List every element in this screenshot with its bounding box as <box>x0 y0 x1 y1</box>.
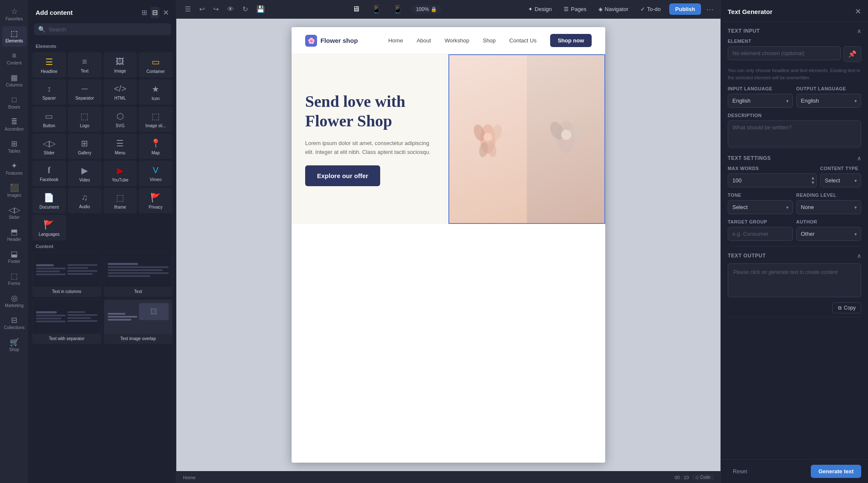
sidebar-item-slider[interactable]: ◁▷ Slider <box>2 203 27 223</box>
nav-home[interactable]: Home <box>388 37 403 44</box>
canvas-scroll[interactable]: 🌸 Flower shop Home About Workshop Shop C… <box>176 19 721 471</box>
content-card-text-separator[interactable]: Text with separator <box>32 299 101 344</box>
nav-about[interactable]: About <box>417 37 431 44</box>
element-headline[interactable]: ☰ Headline <box>32 52 66 78</box>
navigator-btn[interactable]: ◈ Navigator <box>595 4 632 14</box>
content-type-select[interactable]: Select Blog Post Product Description Lan… <box>820 173 861 187</box>
tone-select[interactable]: Select Formal Informal Friendly Professi… <box>728 200 793 214</box>
content-card-text-columns[interactable]: Text in columns <box>32 252 101 297</box>
sidebar-item-accordion[interactable]: ≣ Accordion <box>2 114 27 135</box>
sidebar-item-favorites[interactable]: ☆ Favorites <box>2 4 27 25</box>
card-preview <box>33 300 101 334</box>
element-label: Video <box>79 178 90 182</box>
element-image-slider[interactable]: ⬚ Image sli... <box>139 106 172 132</box>
grid-view-small-btn[interactable]: ⊞ <box>140 7 149 18</box>
author-select[interactable]: Other Expert Beginner Journalist <box>796 227 862 241</box>
element-privacy[interactable]: 🚩 Privacy <box>139 188 172 213</box>
max-words-input[interactable] <box>728 173 817 187</box>
element-menu[interactable]: ☰ Menu <box>103 134 137 159</box>
reset-btn[interactable]: Reset <box>728 466 752 477</box>
element-document[interactable]: 📄 Document <box>32 188 66 213</box>
element-image[interactable]: 🖼 Image <box>103 52 137 78</box>
element-slider[interactable]: ◁▷ Slider <box>32 134 66 159</box>
shop-icon: 🛒 <box>10 338 19 346</box>
output-language-select[interactable]: English German French Spanish <box>796 94 862 108</box>
element-text[interactable]: ≡ Text <box>68 52 102 78</box>
sidebar-item-shop[interactable]: 🛒 Shop <box>2 335 27 355</box>
element-vimeo[interactable]: V Vimeo <box>139 161 172 186</box>
sidebar-item-tables[interactable]: ⊞ Tables <box>2 137 27 157</box>
sidebar-item-collections[interactable]: ⊟ Collections <box>2 313 27 333</box>
text-settings-header[interactable]: Text settings ∧ <box>728 149 861 166</box>
design-btn[interactable]: ✦ Design <box>525 4 555 14</box>
element-separator[interactable]: ─ Separator <box>68 79 102 105</box>
code-badge[interactable]: ◇ Code <box>692 474 714 480</box>
sidebar-item-footer[interactable]: ⬓ Footer <box>2 247 27 267</box>
undo-btn[interactable]: ↩ <box>198 3 206 15</box>
copy-btn[interactable]: ⧉ Copy <box>832 302 861 313</box>
search-input[interactable] <box>49 26 167 33</box>
element-gallery[interactable]: ⊞ Gallery <box>68 134 102 159</box>
right-panel-close-btn[interactable]: ✕ <box>855 7 861 16</box>
element-icon[interactable]: ★ Icon <box>139 79 172 105</box>
more-btn[interactable]: ⋯ <box>706 5 714 14</box>
sidebar-item-boxes[interactable]: □ Boxes <box>2 92 27 113</box>
text-output-header[interactable]: Text output ∧ <box>728 246 861 263</box>
reading-level-select[interactable]: None Simple Medium Advanced <box>796 200 862 214</box>
pages-btn[interactable]: ☰ Pages <box>560 4 590 14</box>
content-card-text-image[interactable]: 🖼 Text image overlap <box>104 299 173 344</box>
element-languages[interactable]: 🚩 Languages <box>32 215 66 240</box>
element-spacer[interactable]: ↕ Spacer <box>32 79 66 105</box>
nav-cta-btn[interactable]: Shop now <box>550 34 592 47</box>
element-input[interactable] <box>728 46 841 60</box>
preview-btn[interactable]: 👁 <box>225 4 236 15</box>
hero-cta-btn[interactable]: Explore our offer <box>305 165 380 186</box>
panel-close-btn[interactable]: ✕ <box>163 8 169 17</box>
sidebar-item-forms[interactable]: ⬚ Forms <box>2 269 27 289</box>
description-textarea[interactable] <box>728 120 861 147</box>
mobile-btn[interactable]: 📱 <box>390 3 405 16</box>
html-icon: </> <box>114 84 126 94</box>
element-video[interactable]: ▶ Video <box>68 161 102 186</box>
sidebar-item-header[interactable]: ⬒ Header <box>2 225 27 245</box>
element-logo[interactable]: ⬚ Logo <box>68 106 102 132</box>
element-svg[interactable]: ⬡ SVG <box>103 106 137 132</box>
canvas-area: ☰ ↩ ↪ 👁 ↻ 💾 🖥 📱 📱 100% 🔒 ✦ Design ☰ Page… <box>176 0 721 483</box>
grid-view-large-btn[interactable]: ⊟ <box>150 7 159 18</box>
target-group-input[interactable] <box>728 227 793 241</box>
sidebar-item-images[interactable]: ⬛ Images <box>2 181 27 201</box>
elements-section-label: Elements <box>36 44 169 49</box>
element-map[interactable]: 📍 Map <box>139 134 172 159</box>
save-btn[interactable]: 💾 <box>255 3 267 15</box>
vimeo-icon: V <box>153 165 158 175</box>
element-facebook[interactable]: f Facebook <box>32 161 66 186</box>
sidebar-item-features[interactable]: ✦ Features <box>2 159 27 179</box>
tablet-btn[interactable]: 📱 <box>369 3 384 16</box>
element-youtube[interactable]: ▶ YouTube <box>103 161 137 186</box>
redo-btn[interactable]: ↪ <box>211 3 220 15</box>
element-container[interactable]: ▭ Container <box>139 52 172 78</box>
sidebar-item-content[interactable]: ≡ Content <box>2 48 27 69</box>
sidebar-item-columns[interactable]: ▦ Columns <box>2 70 27 91</box>
pin-btn[interactable]: 📌 <box>843 46 861 62</box>
sidebar-item-marketing[interactable]: ◎ Marketing <box>2 291 27 311</box>
content-card-text[interactable]: Text <box>104 252 173 297</box>
menu-hamburger-btn[interactable]: ☰ <box>183 3 192 15</box>
generate-btn[interactable]: Generate text <box>811 465 861 478</box>
text-input-header[interactable]: Text input ∧ <box>728 22 861 39</box>
sidebar-item-elements[interactable]: ⬚ Elements <box>2 26 27 47</box>
todo-btn[interactable]: ✓ To-do <box>637 4 665 14</box>
nav-shop[interactable]: Shop <box>483 37 495 44</box>
publish-btn[interactable]: Publish <box>669 3 701 15</box>
spinner-down-btn[interactable]: ▼ <box>811 181 815 185</box>
nav-contact[interactable]: Contact Us <box>509 37 537 44</box>
desktop-btn[interactable]: 🖥 <box>350 3 362 15</box>
element-iframe[interactable]: ⬚ Iframe <box>103 188 137 213</box>
spinner-up-btn[interactable]: ▲ <box>811 176 815 180</box>
input-language-select[interactable]: English German French Spanish <box>728 94 793 108</box>
nav-workshop[interactable]: Workshop <box>445 37 469 44</box>
element-audio[interactable]: ♫ Audio <box>68 188 102 213</box>
element-button[interactable]: ▭ Button <box>32 106 66 132</box>
element-html[interactable]: </> HTML <box>103 79 137 105</box>
refresh-btn[interactable]: ↻ <box>241 3 250 15</box>
